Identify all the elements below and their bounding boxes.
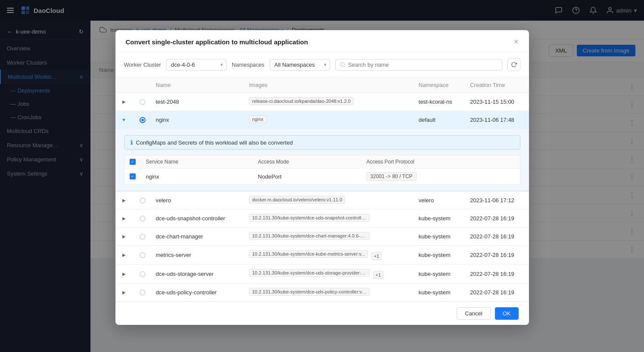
cancel-button[interactable]: Cancel — [457, 307, 490, 320]
creation-time-cell: 2022-07-28 16:19 — [465, 284, 529, 302]
convert-modal: Convert single-cluster application to mu… — [115, 30, 529, 325]
row-radio-button[interactable] — [140, 216, 146, 222]
expanded-section: ℹ ConfigMaps and Secrets of this workloa… — [115, 129, 529, 191]
namespaces-select-wrapper: All Namespaces — [270, 59, 330, 71]
row-radio-button[interactable] — [140, 99, 146, 105]
namespace-cell: default — [414, 111, 465, 129]
table-row: ▶ metrics-server 10.2.131.30/kube-system… — [115, 246, 529, 265]
namespace-cell: kube-system — [414, 210, 465, 228]
creation-time-cell: 2022-07-28 16:19 — [465, 210, 529, 228]
worker-cluster-select-wrapper: dce-4-0-6 — [166, 59, 227, 71]
table-row: ▶ dce-uds-storage-server 10.2.131.30/kub… — [115, 265, 529, 284]
creation-time-cell: 2023-11-15 15:00 — [465, 93, 529, 111]
row-expand-button[interactable]: ▶ — [121, 271, 128, 278]
image-tag: release-ci.daocloud.io/kpanda/dao-2048:v… — [249, 97, 354, 105]
image-tag: 10.2.131.30/kube-system/dce-uds-snapshot… — [249, 214, 370, 222]
image-tag: 10.2.131.30/kube-system/dce-chart-manage… — [249, 232, 370, 240]
search-box — [335, 59, 502, 71]
col-creation-time-header: Creation Time — [465, 77, 529, 93]
table-row: ▶ velero docker.m.daocloud.io/velero/vel… — [115, 191, 529, 210]
deployments-table: Name Images Namespace Creation Time ▶ — [115, 77, 529, 302]
row-radio-button[interactable] — [140, 252, 146, 258]
name-cell: dce-uds-snapshot-controller — [151, 210, 244, 228]
row-expand-button[interactable]: ▶ — [121, 99, 128, 105]
modal-title: Convert single-cluster application to mu… — [126, 38, 308, 46]
filter-row: Worker Cluster dce-4-0-6 Namespaces All … — [115, 52, 529, 77]
port-protocol-cell: 32001 -> 80 / TCP — [361, 169, 520, 185]
modal-header: Convert single-cluster application to mu… — [115, 30, 529, 52]
service-row: nginx NodePort 32001 -> 80 / TCP — [124, 169, 520, 185]
image-tag-extra: +1 — [373, 271, 384, 279]
search-input[interactable] — [348, 62, 497, 68]
info-icon: ℹ — [131, 139, 133, 146]
service-checkbox[interactable] — [130, 173, 136, 179]
svg-point-7 — [340, 62, 344, 66]
ok-button[interactable]: OK — [495, 307, 519, 320]
row-radio-button[interactable] — [140, 117, 146, 123]
images-cell: nginx — [244, 111, 414, 129]
search-icon — [340, 62, 345, 68]
row-expand-button[interactable]: ▶ — [121, 289, 128, 296]
image-tag: docker.m.daocloud.io/velero/velero:v1.11… — [249, 196, 345, 204]
select-cell — [134, 111, 151, 129]
row-expand-button[interactable]: ▶ — [121, 215, 128, 222]
image-tag: nginx — [249, 115, 266, 123]
name-cell: velero — [151, 191, 244, 210]
col-select — [134, 77, 151, 93]
creation-time-cell: 2022-07-28 16:19 — [465, 228, 529, 246]
worker-cluster-label: Worker Cluster — [124, 62, 161, 68]
row-expand-button[interactable]: ▼ — [121, 117, 128, 124]
modal-overlay: Convert single-cluster application to mu… — [0, 0, 644, 352]
worker-cluster-select[interactable]: dce-4-0-6 — [166, 59, 227, 71]
svg-line-8 — [344, 66, 345, 67]
name-cell: nginx — [151, 111, 244, 129]
image-tag: 10.2.131.30/kube-system/dce-kube-metrics… — [249, 250, 368, 258]
table-row: ▶ dce-chart-manager 10.2.131.30/kube-sys… — [115, 228, 529, 246]
name-cell: test-2048 — [151, 93, 244, 111]
namespaces-label: Namespaces — [232, 62, 264, 68]
image-tag-extra: +1 — [371, 252, 382, 260]
creation-time-cell: 2023-11-06 17:48 — [465, 111, 529, 129]
name-cell: dce-chart-manager — [151, 228, 244, 246]
namespaces-select[interactable]: All Namespaces — [270, 59, 330, 71]
modal-footer: Cancel OK — [115, 302, 529, 325]
image-tag: 10.2.131.30/kube-system/dce-uds-storage-… — [249, 269, 370, 277]
creation-time-cell: 2022-07-28 16:19 — [465, 246, 529, 265]
namespace-cell: velero — [414, 191, 465, 210]
image-tag: 10.2.131.30/kube-system/dce-uds-policy-c… — [249, 288, 370, 296]
access-mode-header: Access Mode — [253, 155, 361, 169]
row-radio-button[interactable] — [140, 271, 146, 277]
table-row: ▶ dce-uds-policy-controller 10.2.131.30/… — [115, 284, 529, 302]
row-expand-button[interactable]: ▶ — [121, 252, 128, 259]
row-expand-button[interactable]: ▶ — [121, 197, 128, 204]
col-name-header: Name — [151, 77, 244, 93]
access-mode-cell: NodePort — [253, 169, 361, 185]
service-select-all-checkbox[interactable] — [130, 159, 136, 165]
namespace-cell: kube-system — [414, 284, 465, 302]
creation-time-cell: 2023-11-06 17:12 — [465, 191, 529, 210]
expand-cell: ▶ — [115, 93, 134, 111]
service-table: Service Name Access Mode Access Port Pro… — [124, 155, 520, 185]
access-port-protocol-header: Access Port Protocol — [361, 155, 520, 169]
row-radio-button[interactable] — [140, 198, 146, 204]
info-banner: ℹ ConfigMaps and Secrets of this workloa… — [124, 135, 520, 150]
service-name-cell: nginx — [141, 169, 253, 185]
modal-body: Worker Cluster dce-4-0-6 Namespaces All … — [115, 52, 529, 302]
row-expand-button[interactable]: ▶ — [121, 233, 128, 240]
row-radio-button[interactable] — [140, 234, 146, 240]
expand-cell: ▼ — [115, 111, 134, 129]
table-refresh-button[interactable] — [507, 58, 520, 71]
row-radio-button[interactable] — [140, 290, 146, 296]
col-expand — [115, 77, 134, 93]
namespace-cell: test-kcoral-ns — [414, 93, 465, 111]
port-tag: 32001 -> 80 / TCP — [366, 172, 416, 181]
table-row: ▶ dce-uds-snapshot-controller 10.2.131.3… — [115, 210, 529, 228]
name-cell: dce-uds-policy-controller — [151, 284, 244, 302]
modal-close-button[interactable]: × — [514, 38, 519, 46]
service-name-header: Service Name — [141, 155, 253, 169]
images-cell: release-ci.daocloud.io/kpanda/dao-2048:v… — [244, 93, 414, 111]
expanded-row: ℹ ConfigMaps and Secrets of this workloa… — [115, 129, 529, 191]
table-row: ▶ test-2048 release-ci.daocloud.io/kpand… — [115, 93, 529, 111]
name-cell: metrics-server — [151, 246, 244, 265]
namespace-cell: kube-system — [414, 228, 465, 246]
